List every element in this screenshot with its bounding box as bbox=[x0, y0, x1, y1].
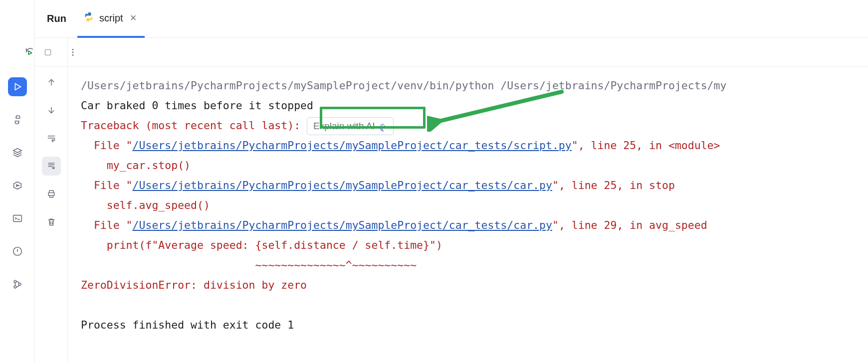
debug-button[interactable] bbox=[8, 176, 27, 195]
svg-point-5 bbox=[14, 286, 16, 288]
svg-point-0 bbox=[16, 117, 16, 117]
svg-rect-9 bbox=[45, 49, 50, 55]
python-icon bbox=[83, 11, 94, 24]
svg-point-8 bbox=[89, 20, 90, 21]
trace-marker: ~~~~~~~~~~~~~~^~~~~~~~~~~ bbox=[81, 259, 417, 271]
services-button[interactable] bbox=[8, 143, 27, 162]
problems-button[interactable] bbox=[8, 242, 27, 261]
annotation-arrow bbox=[427, 87, 572, 132]
vcs-button[interactable] bbox=[8, 275, 27, 294]
terminal-button[interactable] bbox=[8, 209, 27, 228]
console-toolbar-spacer bbox=[68, 38, 868, 67]
explain-with-ai-button[interactable]: Explain with AI bbox=[307, 117, 394, 135]
trace-frame-2-file: File "/Users/jetbrains/PycharmProjects/m… bbox=[81, 219, 707, 231]
rerun-button[interactable] bbox=[24, 43, 35, 62]
trace-frame-1-code: self.avg_speed() bbox=[81, 199, 210, 211]
svg-point-4 bbox=[14, 280, 16, 283]
trace-frame-2-code: print(f"Average speed: {self.distance / … bbox=[81, 239, 442, 251]
trace-frame-1-file: File "/Users/jetbrains/PycharmProjects/m… bbox=[81, 179, 675, 191]
run-panel: Run script × bbox=[35, 0, 868, 363]
down-trace-button[interactable] bbox=[42, 101, 61, 120]
svg-point-6 bbox=[18, 283, 21, 286]
close-icon[interactable]: × bbox=[128, 12, 139, 23]
stop-button[interactable] bbox=[42, 43, 53, 62]
svg-point-7 bbox=[87, 13, 88, 14]
console-output[interactable]: /Users/jetbrains/PycharmProjects/mySampl… bbox=[68, 67, 868, 363]
error-line: ZeroDivisionError: division by zero bbox=[81, 279, 307, 291]
scroll-to-end-button[interactable] bbox=[42, 157, 61, 176]
ai-button-label: Explain with AI bbox=[313, 119, 375, 134]
panel-title: Run bbox=[42, 0, 71, 38]
stdout-line: Car braked 0 times before it stopped bbox=[81, 99, 313, 112]
clear-button[interactable] bbox=[42, 212, 61, 231]
trace-frame-0-file: File "/Users/jetbrains/PycharmProjects/m… bbox=[81, 139, 720, 152]
tab-script[interactable]: script × bbox=[77, 0, 145, 38]
soft-wrap-button[interactable] bbox=[42, 129, 61, 148]
svg-point-1 bbox=[18, 122, 18, 123]
file-link[interactable]: /Users/jetbrains/PycharmProjects/mySampl… bbox=[133, 219, 552, 231]
tab-label: script bbox=[99, 12, 123, 24]
exit-line: Process finished with exit code 1 bbox=[81, 319, 294, 331]
ai-icon bbox=[379, 122, 388, 131]
file-link[interactable]: /Users/jetbrains/PycharmProjects/mySampl… bbox=[133, 179, 552, 191]
command-line: /Users/jetbrains/PycharmProjects/mySampl… bbox=[81, 79, 726, 92]
trace-frame-0-code: my_car.stop() bbox=[81, 159, 191, 172]
python-console-button[interactable] bbox=[8, 110, 27, 129]
run-tool-button[interactable] bbox=[8, 77, 27, 96]
print-button[interactable] bbox=[42, 184, 61, 203]
file-link[interactable]: /Users/jetbrains/PycharmProjects/mySampl… bbox=[133, 139, 572, 152]
console-gutter bbox=[35, 38, 68, 363]
svg-rect-2 bbox=[13, 215, 21, 222]
traceback-header: Traceback (most recent call last): bbox=[81, 119, 300, 132]
tab-bar: Run script × bbox=[35, 0, 868, 38]
up-trace-button[interactable] bbox=[42, 73, 61, 92]
